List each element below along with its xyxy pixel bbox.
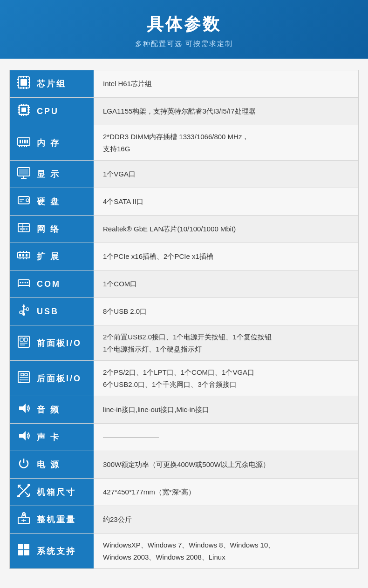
spec-value-chassis: 427*450*177mm（宽*深*高） <box>94 479 358 506</box>
spec-label-text-memory: 内 存 <box>37 137 60 149</box>
spec-label-text-rear-io: 后面板I/O <box>37 373 82 384</box>
spec-label-network: 网 络 <box>10 216 94 243</box>
spec-value-power: 300W额定功率（可更换400W或500W以上冗余电源） <box>94 451 358 478</box>
spec-label-text-hdd: 硬 盘 <box>37 196 60 207</box>
svg-rect-97 <box>27 484 30 486</box>
cpu-icon <box>15 102 32 120</box>
spec-label-text-chassis: 机箱尺寸 <box>37 487 76 498</box>
chipset-icon <box>15 75 32 93</box>
spec-label-text-expansion: 扩 展 <box>37 251 60 262</box>
svg-rect-41 <box>18 196 29 204</box>
svg-rect-103 <box>24 544 29 549</box>
svg-rect-75 <box>18 336 29 347</box>
rear-io-icon <box>15 370 32 387</box>
page-title: 具体参数 <box>9 13 359 36</box>
page-header: 具体参数 多种配置可选 可按需求定制 <box>0 0 368 59</box>
front-io-icon <box>15 334 32 352</box>
svg-rect-54 <box>26 254 27 257</box>
svg-rect-49 <box>23 228 25 230</box>
svg-rect-45 <box>18 223 29 232</box>
svg-marker-69 <box>22 304 26 307</box>
svg-point-62 <box>20 282 21 284</box>
svg-rect-31 <box>24 140 26 143</box>
spec-value-com: 1个COM口 <box>94 270 358 297</box>
page-subtitle: 多种配置可选 可按需求定制 <box>9 40 359 48</box>
spec-row: CPULGA1155构架，支持英特尔酷睿3代I3/I5/I7处理器 <box>10 98 358 125</box>
spec-label-display: 显 示 <box>10 161 94 188</box>
spec-value-inner-soundcard: ———————— <box>103 431 159 443</box>
spec-value-inner-cpu: LGA1155构架，支持英特尔酷睿3代I3/I5/I7处理器 <box>103 105 256 117</box>
svg-rect-32 <box>27 140 28 143</box>
spec-row: 声 卡———————— <box>10 424 358 451</box>
svg-marker-87 <box>19 431 26 440</box>
spec-label-cpu: CPU <box>10 98 94 125</box>
spec-row: COM1个COM口 <box>10 270 358 298</box>
svg-rect-71 <box>27 308 28 311</box>
spec-value-front-io: 2个前置USB2.0接口、1个电源开关按钮、1个复位按钮1个电源指示灯、1个硬盘… <box>94 325 358 360</box>
svg-rect-40 <box>19 169 28 175</box>
spec-value-chipset: Intel H61芯片组 <box>94 70 358 97</box>
spec-label-soundcard: 声 卡 <box>10 424 94 451</box>
spec-label-text-weight: 整机重量 <box>37 514 76 525</box>
chassis-icon <box>15 483 32 501</box>
spec-value-rear-io: 2个PS/2口、1个LPT口、1个COM口、1个VGA口6个USB2.0口、1个… <box>94 361 358 396</box>
spec-label-text-audio: 音 频 <box>37 404 60 415</box>
spec-label-os: 系统支持 <box>10 534 94 568</box>
spec-value-audio: line-in接口,line-out接口,Mic-in接口 <box>94 396 358 423</box>
spec-value-expansion: 1个PCIe x16插槽、2个PCIe x1插槽 <box>94 243 358 270</box>
audio-icon <box>15 401 32 419</box>
svg-point-65 <box>27 282 28 284</box>
usb-icon <box>15 303 32 320</box>
spec-value-network: Realtek® GbE LAN芯片(10/100/1000 Mbit) <box>94 216 358 243</box>
svg-rect-48 <box>20 228 22 230</box>
spec-row: 芯片组Intel H61芯片组 <box>10 70 358 98</box>
weight-icon <box>15 511 32 528</box>
spec-value-inner-os: WindowsXP、Windows 7、Windows 8、Windows 10… <box>103 539 275 563</box>
svg-rect-105 <box>24 550 29 555</box>
svg-rect-29 <box>20 140 21 143</box>
spec-label-audio: 音 频 <box>10 396 94 423</box>
svg-rect-83 <box>25 373 27 376</box>
spec-value-inner-chassis: 427*450*177mm（宽*深*高） <box>103 486 195 498</box>
svg-rect-30 <box>22 140 23 143</box>
spec-value-hdd: 4个SATA II口 <box>94 188 358 215</box>
spec-label-rear-io: 后面板I/O <box>10 361 94 396</box>
spec-value-soundcard: ———————— <box>94 424 358 451</box>
spec-label-text-os: 系统支持 <box>37 546 76 557</box>
com-icon <box>15 275 32 293</box>
hdd-icon <box>15 193 32 210</box>
spec-value-inner-hdd: 4个SATA II口 <box>103 196 143 208</box>
spec-value-inner-weight: 约23公斤 <box>103 514 132 526</box>
spec-label-text-cpu: CPU <box>37 107 59 116</box>
spec-row: 前面板I/O2个前置USB2.0接口、1个电源开关按钮、1个复位按钮1个电源指示… <box>10 325 358 361</box>
svg-rect-1 <box>20 79 27 86</box>
spec-value-inner-display: 1个VGA口 <box>103 168 136 180</box>
spec-value-inner-front-io: 2个前置USB2.0接口、1个电源开关按钮、1个复位按钮1个电源指示灯、1个硬盘… <box>103 331 272 355</box>
svg-line-89 <box>18 485 23 490</box>
spec-row: 后面板I/O2个PS/2口、1个LPT口、1个COM口、1个VGA口6个USB2… <box>10 361 358 396</box>
svg-point-42 <box>26 199 29 202</box>
spec-label-memory: 内 存 <box>10 125 94 160</box>
spec-row: 硬 盘4个SATA II口 <box>10 188 358 216</box>
spec-value-display: 1个VGA口 <box>94 161 358 188</box>
svg-rect-96 <box>17 495 20 497</box>
spec-value-os: WindowsXP、Windows 7、Windows 8、Windows 10… <box>94 534 358 568</box>
spec-table: 芯片组Intel H61芯片组CPULGA1155构架，支持英特尔酷睿3代I3/… <box>9 70 359 569</box>
svg-rect-28 <box>18 138 30 145</box>
spec-row: 内 存2*DDR3 DIMM内存插槽 1333/1066/800 MHz，支持1… <box>10 125 358 161</box>
spec-value-inner-com: 1个COM口 <box>103 278 137 290</box>
memory-icon <box>15 134 32 152</box>
spec-value-inner-network: Realtek® GbE LAN芯片(10/100/1000 Mbit) <box>103 223 236 235</box>
svg-rect-102 <box>18 544 23 549</box>
svg-point-63 <box>22 282 24 284</box>
spec-value-inner-memory: 2*DDR3 DIMM内存插槽 1333/1066/800 MHz，支持16G <box>103 131 249 155</box>
svg-rect-52 <box>19 254 21 257</box>
spec-label-text-display: 显 示 <box>37 169 60 180</box>
spec-label-text-chipset: 芯片组 <box>37 78 66 89</box>
spec-row: 扩 展1个PCIe x16插槽、2个PCIe x1插槽 <box>10 243 358 270</box>
spec-row: 整机重量约23公斤 <box>10 506 358 534</box>
spec-value-cpu: LGA1155构架，支持英特尔酷睿3代I3/I5/I7处理器 <box>94 98 358 125</box>
spec-label-text-usb: USB <box>37 307 59 317</box>
spec-label-text-soundcard: 声 卡 <box>37 432 60 443</box>
svg-rect-15 <box>21 108 26 112</box>
